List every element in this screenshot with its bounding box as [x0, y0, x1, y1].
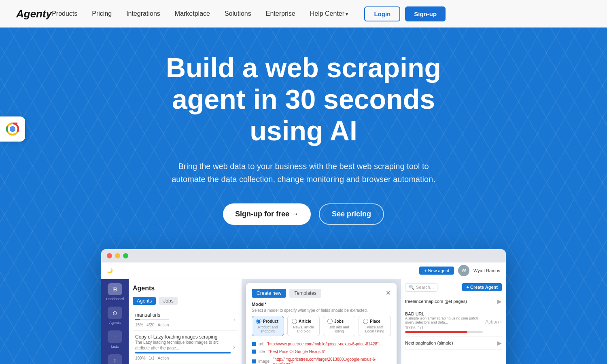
field-title-val: "Best Price Of Google Nexus 6"	[268, 349, 325, 354]
signup-button[interactable]: Sign-up	[405, 6, 446, 21]
model-opt-product[interactable]: Product Product and shopping	[252, 316, 284, 336]
modal-close-button[interactable]: ✕	[386, 289, 391, 297]
model-opt-article[interactable]: Article News, article and blog	[287, 316, 320, 336]
create-agent-button[interactable]: + Create Agent	[462, 283, 502, 291]
nav-links: Products Pricing Integrations Marketplac…	[52, 10, 348, 17]
agents-panel-tabs: Agents Jobs	[133, 297, 238, 305]
app-sidebar: ⊞ Dashboard ⊙ Agents ≡ Lists ↕ Workflows…	[101, 279, 129, 364]
user-avatar: W	[458, 265, 469, 276]
nav-item-enterprise[interactable]: Enterprise	[266, 10, 295, 17]
right-row-2-count: 1/1	[418, 326, 424, 330]
right-row-2-percent: 100%	[405, 326, 416, 330]
app-screenshot: 🌙 + New agent W Wyatt Ramos ⊞ Dashboard …	[101, 249, 506, 364]
dark-mode-toggle[interactable]: 🌙	[107, 268, 113, 273]
field-title-name: title:	[259, 349, 266, 354]
right-row-1[interactable]: freelancermap.com (get pages) ▶	[405, 295, 502, 308]
modal-area: Create new Templates ✕ Model* Select a m…	[242, 279, 401, 364]
model-radio-place[interactable]	[363, 319, 368, 324]
app-body: ⊞ Dashboard ⊙ Agents ≡ Lists ↕ Workflows…	[101, 279, 506, 364]
signup-free-button[interactable]: Sign-up for free →	[223, 203, 311, 225]
model-options: Product Product and shopping Article New…	[252, 316, 391, 336]
right-toolbar: 🔍 Search... + Create Agent	[405, 283, 502, 292]
modal-tab-create[interactable]: Create new	[252, 289, 286, 298]
agent-action-1[interactable]: Action	[157, 323, 169, 327]
model-radio-article[interactable]	[292, 319, 297, 324]
nav-item-pricing[interactable]: Pricing	[92, 10, 112, 17]
field-title-check[interactable]	[252, 349, 256, 354]
model-opt-jobs[interactable]: Jobs Job ads and listing	[323, 316, 355, 336]
chrome-extension-badge[interactable]	[0, 116, 25, 142]
hero-subtitle: Bring the web data to your business with…	[162, 160, 445, 186]
nav-item-products[interactable]: Products	[52, 10, 77, 17]
modal-fields: url: "http://www.pricetree.com/mobile/go…	[252, 340, 391, 364]
sidebar-icon-agents[interactable]: ⊙	[108, 307, 122, 319]
model-radio-jobs[interactable]	[327, 319, 333, 324]
app-nav-bar: 🌙 + New agent W Wyatt Ramos	[101, 262, 506, 279]
agent-row-2-desc: The Lazy loading technique load images t…	[135, 340, 231, 351]
tab-jobs[interactable]: Jobs	[159, 297, 177, 305]
right-panel: 🔍 Search... + Create Agent freelancermap…	[401, 279, 506, 364]
field-image-check[interactable]	[252, 359, 256, 364]
modal-header: Create new Templates ✕	[252, 289, 391, 298]
field-image-name: image:	[259, 359, 271, 364]
model-opt-jobs-label: Jobs	[334, 319, 344, 324]
right-row-2-desc: A simple json array scraping using json …	[405, 316, 483, 324]
model-opt-place-label: Place	[370, 319, 380, 324]
agents-panel: Agents Agents Jobs manual urls 15% 4/20 …	[129, 279, 242, 364]
hero-cta: Sign-up for free → See pricing	[223, 203, 384, 225]
field-url-name: url:	[259, 342, 264, 346]
tab-agents[interactable]: Agents	[133, 297, 156, 305]
agent-row-2-arrow: ›	[233, 344, 235, 350]
field-url-val: "http://www.pricetree.com/mobile/google-…	[267, 342, 379, 346]
search-box[interactable]: 🔍 Search...	[405, 283, 437, 292]
right-row-2[interactable]: BAD URL A simple json array scraping usi…	[405, 308, 502, 336]
see-pricing-button[interactable]: See pricing	[319, 203, 384, 225]
nav-item-solutions[interactable]: Solutions	[225, 10, 251, 17]
sidebar-label-lists: Lists	[111, 345, 119, 349]
model-opt-product-label: Product	[263, 319, 278, 324]
sidebar-icon-lists[interactable]: ≡	[108, 330, 122, 343]
svg-point-4	[11, 127, 15, 131]
right-row-2-action[interactable]: Action ›	[485, 319, 502, 325]
model-opt-place[interactable]: Place Place and Local listing	[359, 316, 391, 336]
nav-item-integrations[interactable]: Integrations	[126, 10, 160, 17]
field-url-check[interactable]	[252, 342, 256, 346]
close-dot	[107, 253, 112, 258]
right-row-3[interactable]: Next pagination (simple) ▶	[405, 336, 502, 350]
sidebar-icon-dashboard[interactable]: ⊞	[108, 283, 122, 296]
agent-action-2[interactable]: Action	[157, 356, 169, 360]
create-agent-modal: Create new Templates ✕ Model* Select a m…	[246, 283, 397, 364]
nav-item-marketplace[interactable]: Marketplace	[175, 10, 210, 17]
login-button[interactable]: Login	[364, 6, 400, 21]
field-image-val: "http://img.pricetree.com/large/20138801…	[273, 357, 391, 364]
model-opt-product-desc: Product and shopping	[256, 325, 280, 333]
nav-buttons: Login Sign-up	[364, 6, 446, 21]
logo[interactable]: Agenty	[16, 8, 52, 20]
new-agent-button[interactable]: + New agent	[419, 267, 454, 275]
field-url: url: "http://www.pricetree.com/mobile/go…	[252, 340, 391, 348]
minimize-dot	[115, 253, 120, 258]
right-row-3-label: Next pagination (simple)	[405, 341, 453, 345]
nav-item-help-center[interactable]: Help Center	[310, 10, 348, 17]
sidebar-icon-workflows[interactable]: ↕	[108, 354, 122, 364]
hero-section: Build a web scraping agent in 30 seconds…	[0, 28, 607, 364]
agent-row-2-label: Copy of Lazy-loading images scraping	[135, 334, 231, 340]
right-row-1-label: freelancermap.com (get pages)	[405, 299, 467, 304]
agent-row-1[interactable]: manual urls 15% 4/20 Action ›	[133, 309, 238, 331]
agent-progress-text-2: 100%	[135, 356, 146, 360]
agent-row-2[interactable]: Copy of Lazy-loading images scraping The…	[133, 331, 238, 364]
right-row-3-arrow: ▶	[497, 340, 502, 346]
modal-model-sublabel: Select a model to specify what type of f…	[252, 308, 391, 313]
agent-progress-text-1: 15%	[135, 323, 143, 327]
model-opt-article-label: Article	[299, 319, 311, 324]
field-title: title: "Best Price Of Google Nexus 6"	[252, 348, 391, 356]
user-name: Wyatt Ramos	[473, 268, 500, 273]
right-row-2-label: BAD URL	[405, 311, 483, 316]
model-radio-product[interactable]	[256, 319, 261, 324]
agent-row-1-label: manual urls	[135, 312, 169, 318]
modal-tab-templates[interactable]: Templates	[289, 289, 321, 298]
search-icon: 🔍	[409, 285, 414, 290]
sidebar-label-dashboard: Dashboard	[106, 297, 124, 301]
field-image: image: "http://img.pricetree.com/large/2…	[252, 356, 391, 364]
navbar: Agenty Products Pricing Integrations Mar…	[0, 0, 607, 28]
